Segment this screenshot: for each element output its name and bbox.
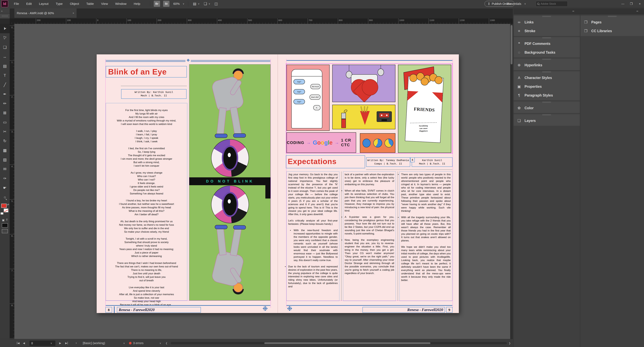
workspace-switcher[interactable]: Essentials ∨	[508, 0, 528, 8]
poem-credit-frame[interactable]: Written By: Karthik Sunil Mech | B.Tech.…	[121, 89, 186, 99]
apply-color-button[interactable]	[2, 223, 8, 228]
menu-item[interactable]: Table	[82, 0, 98, 8]
horizontal-scrollbar-thumb[interactable]	[264, 342, 430, 344]
panel-color[interactable]: ✿Color	[514, 104, 580, 112]
pen-tool[interactable]: ✒	[0, 90, 10, 99]
minimize-button[interactable]: —	[619, 0, 627, 8]
frame-tool[interactable]: ⊠	[0, 108, 10, 118]
menu-item[interactable]: Layout	[35, 0, 52, 8]
panel-pdf-comments[interactable]: ❝PDF Comments	[514, 39, 580, 48]
eyedropper-tool[interactable]: ✑	[0, 174, 10, 183]
rectangle-tool[interactable]: ▭	[0, 118, 10, 127]
bridge-button[interactable]: Br	[154, 1, 160, 7]
footer-title-frame[interactable]: Renesa - Farewell2020	[117, 307, 201, 313]
swap-fill-stroke-icon[interactable]: ⇄	[7, 203, 9, 206]
note-tool[interactable]: ✉	[0, 164, 10, 174]
article-credit-frame[interactable]: Karthik Sunil Mech | B.Tech. II	[412, 158, 452, 167]
zoom-chevron-icon[interactable]: ∨	[183, 2, 184, 5]
menu-item[interactable]: View	[98, 0, 112, 8]
formatting-affects-container-button[interactable]: ▣	[2, 218, 4, 222]
panel-pages[interactable]: ❐Pages	[580, 18, 644, 26]
document-spread[interactable]: ❖ Blink of an Eye Written By: Karthik Su…	[97, 54, 459, 313]
restore-button[interactable]: ❐	[627, 0, 636, 8]
arrange-documents-icon[interactable]: ◫	[214, 2, 218, 6]
tools-panel-grip[interactable]	[0, 14, 10, 18]
adobe-stock-search-input[interactable]	[540, 2, 563, 6]
line-tool[interactable]: ╱	[0, 80, 10, 90]
gap-tool[interactable]: ↔	[0, 52, 10, 61]
ampersand-frame[interactable]: &	[410, 158, 415, 162]
view-options-icon[interactable]: ▤	[193, 2, 196, 6]
zoom-tool[interactable]: ○	[0, 192, 10, 202]
content-collector-tool[interactable]: ▤	[0, 61, 10, 71]
formatting-affects-text-button[interactable]: T	[6, 218, 8, 222]
collapse-panels-icon[interactable]: ««	[572, 10, 574, 12]
selection-tool[interactable]: ➤	[0, 24, 10, 33]
menu-item[interactable]: Object	[66, 0, 83, 8]
next-page-button[interactable]: ▶	[59, 339, 61, 347]
screen-mode-button[interactable]	[2, 229, 8, 233]
panel-layers[interactable]: ❏Layers	[514, 116, 580, 125]
close-button[interactable]: ×	[636, 0, 644, 8]
blink-illustration[interactable]: DO NOT BLINK	[189, 64, 271, 300]
text-column-2[interactable]: lack of a partner with whom the explorat…	[343, 172, 396, 301]
menu-item[interactable]: Window	[112, 0, 130, 8]
text-column-1[interactable]: Jog your memory. Go back to the day you …	[286, 172, 339, 301]
menu-item[interactable]: Help	[130, 0, 144, 8]
first-page-button[interactable]: ◀	[17, 342, 20, 344]
last-page-button[interactable]: ▶	[65, 342, 68, 344]
vertical-scrollbar-thumb[interactable]	[511, 25, 512, 64]
expectations-collage[interactable]: Sup?Sup?Sup? Not muchHow's life?K.	[286, 64, 453, 154]
panel-character-styles[interactable]: ACharacter Styles	[514, 74, 580, 82]
zoom-level-value[interactable]: 60%	[174, 2, 180, 6]
article-title-frame[interactable]: Expectations	[286, 155, 365, 168]
screen-mode-icon[interactable]: ❏	[204, 2, 207, 6]
free-transform-tool[interactable]: ↻	[0, 136, 10, 146]
tools-panel-expand-icon[interactable]: »	[0, 8, 10, 13]
view-options-chevron-icon[interactable]: ∨	[198, 2, 200, 5]
footer-title-frame[interactable]: Renesa - Farewell2020	[362, 307, 445, 313]
page-tool[interactable]: ❑	[0, 42, 10, 52]
horizontal-ruler[interactable]: 2001000100200300400500600700800900100011…	[10, 18, 513, 24]
panel-paragraph-styles[interactable]: ¶Paragraph Styles	[514, 91, 580, 100]
menu-item[interactable]: Edit	[23, 0, 35, 8]
tab-close-icon[interactable]: ×	[72, 12, 74, 15]
vertical-scrollbar[interactable]	[510, 24, 513, 339]
panel-links[interactable]: ∞Links	[514, 18, 580, 26]
ruler-origin-corner[interactable]	[0, 18, 10, 24]
errors-chevron-icon[interactable]: ∨	[160, 339, 161, 347]
scroll-right-icon[interactable]: ❯	[509, 339, 511, 347]
page-number-frame[interactable]: 9	[446, 307, 452, 313]
collapse-panels-icon[interactable]: ««	[636, 10, 638, 12]
panel-group-grip[interactable]	[542, 37, 551, 38]
panel-properties[interactable]: ▣Properties	[514, 82, 580, 91]
poem-title-frame[interactable]: Blink of an Eye	[106, 66, 187, 78]
stroke-swatch[interactable]	[4, 208, 8, 212]
menu-item[interactable]: Type	[52, 0, 66, 8]
panel-stroke[interactable]: ≡Stroke	[514, 26, 580, 35]
panel-background-tasks[interactable]: ◌Background Tasks	[514, 48, 580, 57]
preflight-chevron-icon[interactable]: ∨	[123, 339, 125, 347]
pencil-tool[interactable]: ✏	[0, 99, 10, 108]
panel-group-grip[interactable]	[542, 58, 551, 60]
direct-selection-tool[interactable]: ▷	[0, 33, 10, 42]
horizontal-scrollbar[interactable]	[171, 342, 507, 344]
text-column-3[interactable]: There are only two types of people in th…	[400, 172, 452, 301]
fill-swatch[interactable]	[1, 204, 7, 208]
panel-group-grip[interactable]	[542, 114, 551, 116]
menu-item[interactable]: File	[10, 0, 23, 8]
page-number-field[interactable]: 8 ∨	[30, 341, 55, 346]
panel-group-grip[interactable]	[608, 16, 616, 17]
panel-cc-libraries[interactable]: ❒CC Libraries	[580, 26, 644, 35]
preflight-profile[interactable]: [Basic] (working)	[83, 339, 105, 347]
page-number-frame[interactable]: 8	[106, 307, 112, 313]
panel-group-grip[interactable]	[542, 102, 551, 103]
vertical-ruler[interactable]: 0123456789	[10, 24, 14, 339]
gradient-swatch-tool[interactable]: ▩	[0, 146, 10, 155]
gradient-feather-tool[interactable]: ▨	[0, 155, 10, 164]
scroll-left-icon[interactable]: ❮	[166, 339, 168, 347]
type-tool[interactable]: T	[0, 71, 10, 80]
adobe-stock-search[interactable]	[536, 1, 568, 6]
default-fill-stroke-icon[interactable]	[0, 212, 3, 214]
scissors-tool[interactable]: ✂	[0, 127, 10, 136]
